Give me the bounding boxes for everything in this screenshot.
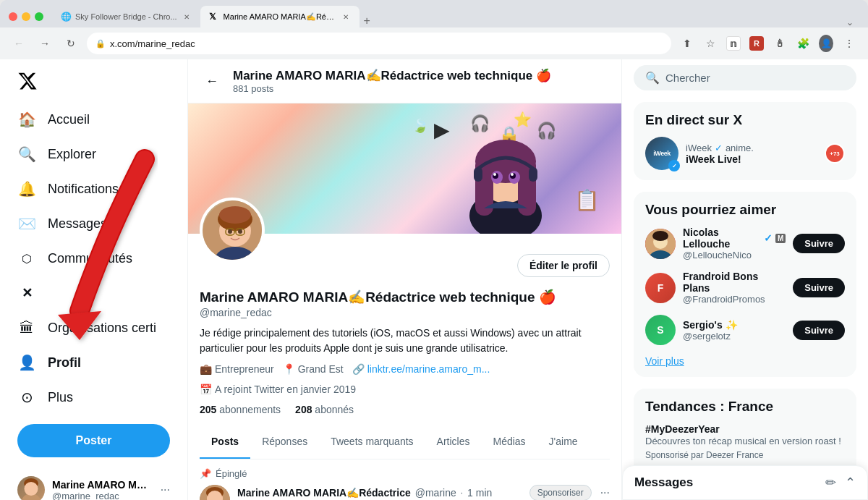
post-button[interactable]: Poster xyxy=(17,424,170,457)
tab-jaime[interactable]: J'aime xyxy=(537,425,590,459)
back-to-feed-button[interactable]: ← xyxy=(200,69,224,93)
following-link[interactable]: 205 abonnements xyxy=(200,404,281,415)
follow-button-1[interactable]: Suivre xyxy=(793,234,845,253)
sidebar-label-messages: Messages xyxy=(48,216,107,232)
browser-tab-1[interactable]: 🌐 Sky Follower Bridge - Chro... ✕ xyxy=(52,6,200,27)
search-bar[interactable]: 🔍 xyxy=(634,65,856,90)
messages-bar: Messages ✏ ⌃ xyxy=(622,465,868,500)
sidebar-profile[interactable]: Marine AMARO MARI @marine_redac ··· xyxy=(9,469,179,500)
search-input[interactable] xyxy=(665,72,845,84)
profile-bio: Je rédige principalement des tutoriels (… xyxy=(200,326,610,356)
followers-link[interactable]: 208 abonnés xyxy=(295,404,354,415)
verified-icon-1: ✓ xyxy=(764,232,773,244)
tab-tweets-marquants[interactable]: Tweets marquants xyxy=(319,425,425,459)
browser-content: 🏠 Accueil 🔍 Explorer 🔔 Notifications ✉️ … xyxy=(0,59,868,500)
tweet-avatar[interactable] xyxy=(200,485,230,500)
share-icon[interactable]: ⬆ xyxy=(677,33,697,54)
extensions-puzzle-icon[interactable]: 🧩 xyxy=(793,33,813,54)
sidebar-more-dots[interactable]: ··· xyxy=(161,483,170,496)
tab-posts[interactable]: Posts xyxy=(200,425,250,459)
mail-icon: ✉️ xyxy=(17,214,36,233)
tab-list-icon[interactable]: ⌄ xyxy=(846,17,859,27)
tweet-time: 1 min xyxy=(467,487,492,499)
profile-tabs: Posts Réponses Tweets marquants Articles… xyxy=(200,425,610,459)
sidebar-item-plus[interactable]: ⊙ Plus xyxy=(9,381,179,414)
sidebar-item-profil[interactable]: 👤 Profil xyxy=(9,346,179,379)
tweet-more-button[interactable]: ··· xyxy=(600,486,610,499)
bookmark-star-icon[interactable]: ☆ xyxy=(700,33,720,54)
suggest-name-2: Frandroid Bons Plans xyxy=(683,271,786,294)
tab-close-1[interactable]: ✕ xyxy=(182,12,192,22)
extension-candle-icon[interactable]: 🕯 xyxy=(770,33,790,54)
sidebar-item-messages[interactable]: ✉️ Messages xyxy=(9,207,179,240)
lock-icon: 🔒 xyxy=(95,39,106,48)
tweet-body: Marine AMARO MARIA✍️Rédactrice @marine ·… xyxy=(237,485,610,500)
messages-icons: ✏ ⌃ xyxy=(825,475,856,491)
profile-info-section: Éditer le profil Marine AMARO MARIA✍️Réd… xyxy=(188,234,621,459)
reload-button[interactable]: ↻ xyxy=(61,33,81,54)
browser-titlebar: 🌐 Sky Follower Bridge - Chro... ✕ 𝕏 Mari… xyxy=(0,0,868,27)
close-window-button[interactable] xyxy=(9,12,17,21)
verified-check-icon: ✓ xyxy=(715,143,723,153)
fullscreen-window-button[interactable] xyxy=(35,12,43,21)
svg-point-16 xyxy=(493,173,496,176)
meta-link[interactable]: 🔗 linktr.ee/marine.amaro_m... xyxy=(352,363,490,375)
live-info: iWeek ✓ anime. iWeek Live! xyxy=(686,143,801,165)
toolbar-icons: ⬆ ☆ 𝕟 R 🕯 🧩 👤 ⋮ xyxy=(677,33,859,54)
calendar-icon: 📅 xyxy=(200,384,212,395)
tendance-desc-1: Découvres ton récap musical en version r… xyxy=(645,435,845,448)
menu-dots-icon[interactable]: ⋮ xyxy=(839,33,859,54)
sidebar-label-plus: Plus xyxy=(48,390,73,405)
en-direct-title: En direct sur X xyxy=(645,112,845,128)
follow-button-3[interactable]: Suivre xyxy=(793,321,845,340)
suggestions-widget: Vous pourriez aimer xyxy=(634,192,856,377)
left-sidebar: 🏠 Accueil 🔍 Explorer 🔔 Notifications ✉️ … xyxy=(0,59,188,500)
sidebar-item-organisations[interactable]: 🏛 Organisations certi xyxy=(9,311,179,344)
pinned-label: 📌 Épinglé xyxy=(200,468,610,479)
new-tab-button[interactable]: + xyxy=(359,14,375,27)
sidebar-label-communautes: Communautés xyxy=(48,251,132,266)
forward-button[interactable]: → xyxy=(35,33,55,54)
suggest-name-1: Nicolas Lellouche ✓ M xyxy=(683,226,786,250)
tweet-author-handle: @marine xyxy=(415,487,456,499)
sidebar-label-profil: Profil xyxy=(48,355,81,370)
extension-r-icon[interactable]: R xyxy=(746,33,767,54)
compose-message-icon[interactable]: ✏ xyxy=(825,475,836,491)
svg-point-2 xyxy=(27,483,35,491)
search-icon: 🔍 xyxy=(645,71,660,85)
live-item[interactable]: iWeek ✓ iWeek ✓ anime. iWeek Live! xyxy=(645,137,845,170)
sidebar-item-communautes[interactable]: ⬡ Communautés xyxy=(9,242,179,275)
tab-close-2[interactable]: ✕ xyxy=(341,12,351,22)
sponsor-button[interactable]: Sponsoriser xyxy=(529,485,592,500)
address-bar[interactable]: 🔒 x.com/marine_redac xyxy=(87,33,671,54)
meta-joined: 📅 A rejoint Twitter en janvier 2019 xyxy=(200,384,356,395)
follow-button-2[interactable]: Suivre xyxy=(793,278,845,297)
user-account-icon[interactable]: 👤 xyxy=(816,33,836,54)
search-nav-icon: 🔍 xyxy=(17,145,36,164)
sidebar-item-accueil[interactable]: 🏠 Accueil xyxy=(9,103,179,136)
voir-plus-link[interactable]: Voir plus xyxy=(645,355,845,367)
twitter-logo[interactable] xyxy=(9,65,179,100)
more-icon: ⊙ xyxy=(17,388,36,407)
back-button[interactable]: ← xyxy=(9,33,29,54)
pin-icon: 📌 xyxy=(200,468,211,479)
sidebar-item-explorer[interactable]: 🔍 Explorer xyxy=(9,137,179,171)
sidebar-item-premium[interactable]: ✕ Premium xyxy=(9,276,179,310)
profile-display-name: Marine AMARO MARIA✍️Rédactrice web techn… xyxy=(200,289,610,305)
tab-medias[interactable]: Médias xyxy=(481,425,537,459)
minimize-window-button[interactable] xyxy=(22,12,30,21)
tweet-section: 📌 Épinglé xyxy=(188,459,621,500)
tendance-item-1[interactable]: #MyDeezerYear Découvres ton récap musica… xyxy=(645,423,845,462)
extension-notion-icon[interactable]: 𝕟 xyxy=(723,33,744,54)
edit-profile-button[interactable]: Éditer le profil xyxy=(517,254,610,277)
suggest-handle-3: @sergelotz xyxy=(683,331,786,342)
svg-rect-9 xyxy=(480,151,531,179)
sidebar-item-notifications[interactable]: 🔔 Notifications xyxy=(9,172,179,205)
browser-tab-2[interactable]: 𝕏 Marine AMARO MARIA✍️Réd... ✕ xyxy=(200,6,359,27)
suggest-item-1: Nicolas Lellouche ✓ M @LelloucheNico Sui… xyxy=(645,226,845,260)
collapse-messages-icon[interactable]: ⌃ xyxy=(845,475,856,491)
tab-reponses[interactable]: Réponses xyxy=(250,425,319,459)
bell-icon: 🔔 xyxy=(17,179,36,198)
tab-articles[interactable]: Articles xyxy=(425,425,482,459)
suggest-info-2: Frandroid Bons Plans @FrandroidPromos xyxy=(683,271,786,305)
